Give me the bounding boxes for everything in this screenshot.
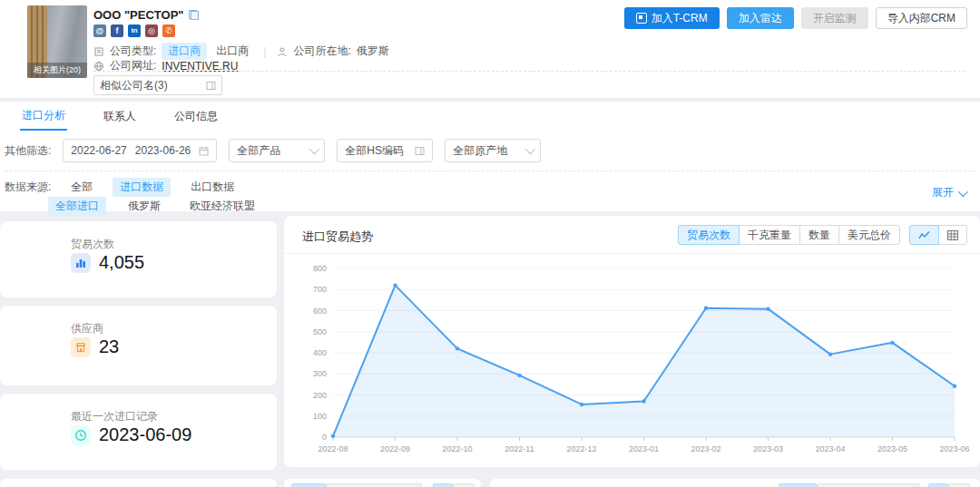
calendar-icon (199, 146, 209, 156)
header-divider (93, 71, 965, 72)
clock-icon (71, 425, 91, 445)
svg-text:2023-03: 2023-03 (753, 444, 783, 453)
date-range-picker[interactable]: 2022-06-27 2023-06-26 (63, 139, 217, 162)
stat-value: 2023-06-09 (99, 424, 191, 445)
start-monitor-button[interactable]: 开启监测 (801, 7, 868, 29)
facebook-icon[interactable]: f (111, 24, 123, 37)
svg-text:300: 300 (313, 369, 327, 378)
expand-toggle[interactable]: 展开 (932, 185, 965, 200)
bar-chart-icon (71, 253, 91, 273)
partial-card-left-column (0, 479, 277, 487)
svg-text:800: 800 (313, 264, 327, 273)
stat-label: 供应商 (71, 321, 103, 336)
import-crm-button[interactable]: 导入内部CRM (876, 7, 967, 29)
svg-text:500: 500 (313, 327, 327, 336)
data-source-row: 数据来源: 全部 进口数据 出口数据 (5, 178, 241, 197)
stat-card-last-import: 最近一次进口记录 2023-06-09 (0, 394, 277, 470)
date-start: 2022-06-27 (71, 144, 126, 157)
divider: | (263, 45, 266, 58)
svg-text:2022-12: 2022-12 (566, 444, 596, 453)
view-toggle-group (909, 225, 967, 245)
chevron-down-icon (309, 144, 319, 154)
metric-quantity-button[interactable]: 数量 (799, 225, 839, 245)
partial-card-bottom-right (490, 479, 980, 487)
partial-card-bottom-left (284, 479, 481, 487)
related-images-label[interactable]: 相关图片(20) (27, 63, 87, 78)
location-icon (277, 46, 288, 57)
partial-metric-buttons[interactable] (817, 483, 920, 487)
date-end: 2023-06-26 (135, 144, 191, 157)
company-name: OOO "PECTOP" (93, 8, 199, 22)
svg-text:2022-11: 2022-11 (505, 444, 534, 453)
sub-eaeu[interactable]: 欧亚经济联盟 (182, 197, 262, 216)
company-photo[interactable]: 相关图片(20) (27, 5, 87, 78)
add-radar-button[interactable]: 加入雷达 (727, 7, 794, 29)
stat-card-trade-count: 贸易次数 4,055 (0, 221, 277, 297)
filter-divider (5, 170, 975, 171)
source-import[interactable]: 进口数据 (113, 178, 171, 197)
tab-contacts[interactable]: 联系人 (102, 103, 138, 130)
partial-view-button[interactable] (453, 483, 475, 487)
svg-text:2023-04: 2023-04 (815, 444, 845, 453)
shop-icon (71, 337, 91, 357)
analysis-panel: 进口分析 联系人 公司信息 其他筛选: 2022-06-27 2023-06-2… (0, 102, 980, 211)
partial-view-button[interactable] (433, 483, 453, 487)
product-select[interactable]: 全部产品 (229, 139, 325, 162)
svg-text:2022-09: 2022-09 (380, 444, 410, 453)
panel-icon (415, 146, 425, 156)
stat-value: 4,055 (99, 252, 144, 273)
svg-text:2023-01: 2023-01 (629, 444, 659, 453)
building-icon (93, 46, 104, 57)
partial-view-button[interactable] (928, 483, 948, 487)
similar-company-select[interactable]: 相似公司名(3) (93, 75, 222, 95)
partial-metric-buttons[interactable] (326, 483, 422, 487)
header-actions: 加入T-CRM 加入雷达 开启监测 导入内部CRM (624, 7, 967, 29)
add-tcrm-button[interactable]: 加入T-CRM (624, 7, 720, 29)
metric-toggle-group: 贸易次数 千克重量 数量 美元总价 (678, 225, 900, 245)
source-export[interactable]: 出口数据 (183, 178, 241, 197)
partial-metric-button[interactable] (291, 483, 326, 487)
sub-all-import[interactable]: 全部进口 (48, 197, 106, 216)
trend-line-chart[interactable]: 01002003004005006007008002022-082022-092… (289, 256, 975, 463)
stat-label: 贸易次数 (71, 237, 114, 252)
blog-icon[interactable]: @ (93, 24, 106, 37)
metric-usd-total-button[interactable]: 美元总价 (838, 225, 900, 245)
phone-icon[interactable]: ✆ (162, 24, 175, 37)
panel-icon (206, 81, 216, 91)
chevron-down-icon (958, 186, 968, 196)
import-trend-card: 进口贸易趋势 贸易次数 千克重量 数量 美元总价 010020030040050… (284, 216, 980, 467)
stat-card-suppliers: 供应商 23 (0, 306, 277, 385)
filter-label: 其他筛选: (5, 143, 51, 159)
partial-view-button[interactable] (948, 483, 970, 487)
stat-label: 最近一次进口记录 (71, 409, 158, 424)
chevron-down-icon (525, 144, 535, 154)
svg-text:2023-02: 2023-02 (691, 444, 720, 453)
partial-metric-button[interactable] (779, 483, 817, 487)
location-label: 公司所在地: (293, 44, 350, 59)
svg-text:2023-05: 2023-05 (877, 444, 907, 453)
svg-text:700: 700 (313, 285, 327, 294)
location-value: 俄罗斯 (357, 44, 389, 59)
data-source-label: 数据来源: (5, 180, 51, 195)
hs-code-select[interactable]: 全部HS编码 (337, 139, 433, 162)
metric-trade-count-button[interactable]: 贸易次数 (678, 225, 740, 245)
sub-russia[interactable]: 俄罗斯 (121, 197, 168, 216)
tab-company-info[interactable]: 公司信息 (172, 103, 220, 130)
svg-text:2023-06: 2023-06 (939, 444, 969, 453)
svg-text:2022-10: 2022-10 (442, 444, 472, 453)
metric-kg-weight-button[interactable]: 千克重量 (739, 225, 800, 245)
chart-title: 进口贸易趋势 (302, 229, 373, 245)
tab-bar: 进口分析 联系人 公司信息 (20, 102, 220, 131)
source-all[interactable]: 全部 (64, 178, 100, 197)
filter-row: 其他筛选: 2022-06-27 2023-06-26 全部产品 全部HS编码 … (5, 139, 541, 162)
tab-import-analysis[interactable]: 进口分析 (20, 102, 67, 131)
data-source-sub-row: 全部进口 俄罗斯 欧亚经济联盟 (48, 197, 262, 216)
line-chart-icon[interactable] (909, 225, 939, 245)
linkedin-icon[interactable]: in (128, 24, 141, 37)
instagram-icon[interactable]: ◎ (145, 24, 158, 37)
svg-text:0: 0 (322, 433, 327, 442)
svg-text:600: 600 (313, 307, 327, 316)
copy-icon[interactable] (189, 10, 199, 20)
origin-select[interactable]: 全部原产地 (445, 139, 541, 162)
table-icon[interactable] (938, 225, 967, 245)
